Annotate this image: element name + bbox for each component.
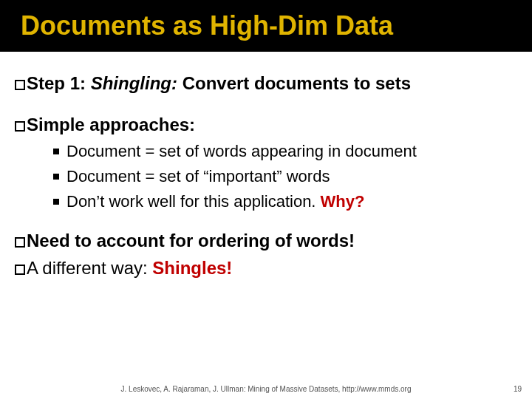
shingling-word: Shingling:	[91, 73, 177, 93]
shingles-word: Shingles!	[152, 258, 232, 278]
step-rest: Convert documents to sets	[177, 73, 411, 93]
slide-body: Step 1: Shingling: Convert documents to …	[0, 52, 532, 281]
square-bullet-icon	[15, 237, 25, 248]
footer-citation: J. Leskovec, A. Rajaraman, J. Ullman: Mi…	[0, 385, 532, 393]
alt-lead: A different way:	[27, 258, 152, 278]
page-number: 19	[514, 385, 522, 393]
list-item-text: Don’t work well for this application.	[66, 192, 316, 211]
slide-title: Documents as High-Dim Data	[21, 10, 393, 41]
list-item: Don’t work well for this application. Wh…	[53, 190, 532, 214]
step-label: Step 1:	[27, 73, 91, 93]
square-bullet-icon	[15, 80, 25, 90]
step-line: Step 1: Shingling: Convert documents to …	[15, 71, 532, 96]
need-line: Need to account for ordering of words!	[15, 228, 532, 253]
approaches-list: Document = set of words appearing in doc…	[53, 140, 532, 214]
list-item: Document = set of “important” words	[53, 165, 532, 188]
square-bullet-icon	[15, 121, 25, 132]
approaches-label: Simple approaches:	[27, 115, 195, 134]
title-bar: Documents as High-Dim Data	[0, 0, 532, 52]
alt-line: A different way: Shingles!	[15, 256, 532, 281]
need-text: Need to account for ordering of words!	[27, 231, 355, 250]
list-item: Document = set of words appearing in doc…	[53, 140, 532, 163]
square-bullet-icon	[15, 265, 25, 275]
approaches-line: Simple approaches:	[15, 112, 532, 137]
why-text: Why?	[316, 192, 364, 211]
